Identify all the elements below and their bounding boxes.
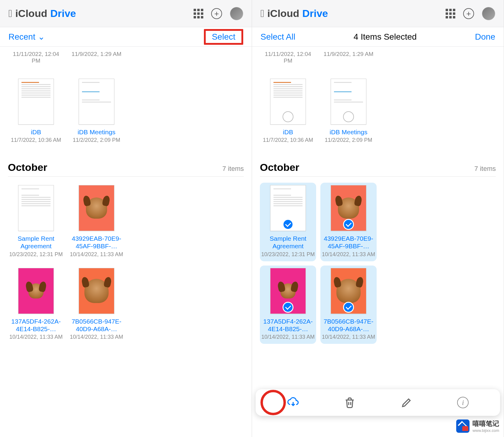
file-tile[interactable]: iDB Meetings 11/2/2022, 2:09 PM [320, 76, 377, 147]
action-bar: i [256, 389, 500, 416]
header:  iCloud Drive + [0, 0, 252, 27]
file-date: 10/23/2022, 12:31 PM [9, 251, 63, 258]
watermark-logo-icon [456, 419, 470, 433]
unselected-circle-icon[interactable] [343, 111, 354, 122]
subheader: Select All 4 Items Selected Done [252, 27, 504, 47]
file-date: 11/2/2022, 2:09 PM [322, 137, 375, 143]
checkmark-icon[interactable] [343, 219, 354, 230]
info-icon[interactable]: i [457, 397, 469, 408]
file-tile[interactable]: Sample Rent Agreement 10/23/2022, 12:31 … [260, 183, 316, 261]
file-date-stub: 11/11/2022, 12:04 PM [8, 47, 64, 64]
title-drive[interactable]: Drive [50, 8, 76, 19]
header:  iCloud Drive + [252, 0, 504, 27]
apps-grid-icon[interactable] [194, 9, 203, 18]
add-icon[interactable]: + [211, 8, 222, 19]
done-button[interactable]: Done [475, 32, 495, 42]
right-pane:  iCloud Drive + Select All 4 Items Sele… [252, 0, 504, 437]
section-title: October [260, 161, 474, 173]
file-date: 10/14/2022, 11:33 AM [9, 334, 63, 340]
file-date: 10/14/2022, 11:33 AM [322, 251, 375, 258]
file-name: Sample Rent Agreement [9, 235, 63, 250]
section-header: October 7 items [260, 161, 496, 177]
file-name: Sample Rent Agreement [261, 235, 315, 250]
file-name: 137A5DF4-262A-4E14-B825-… [261, 318, 315, 333]
watermark-title: 嘻嘻笔记 [473, 419, 499, 428]
file-tile[interactable]: 7B0566CB-947E-40D9-A68A-… 10/14/2022, 11… [68, 266, 125, 344]
doc-thumb-icon [18, 79, 54, 125]
doc-thumb-icon [79, 79, 114, 125]
file-tile[interactable]: 7B0566CB-947E-40D9-A68A-… 10/14/2022, 11… [320, 266, 377, 344]
app-title: iCloud Drive [15, 8, 194, 19]
file-tile[interactable]: iDB Meetings 11/2/2022, 2:09 PM [68, 76, 125, 147]
file-tile[interactable]: 137A5DF4-262A-4E14-B825-… 10/14/2022, 11… [8, 266, 64, 344]
file-tile[interactable]: 43929EAB-70E9-45AF-9BBF-… 10/14/2022, 11… [68, 183, 125, 261]
select-all-button[interactable]: Select All [260, 32, 295, 42]
add-icon[interactable]: + [463, 8, 474, 19]
file-tile[interactable]: 137A5DF4-262A-4E14-B825-… 10/14/2022, 11… [260, 266, 316, 344]
file-name: 43929EAB-70E9-45AF-9BBF-… [322, 235, 375, 250]
file-tile[interactable]: iDB 11/7/2022, 10:36 AM [8, 76, 64, 147]
unselected-circle-icon[interactable] [283, 111, 293, 122]
title-icloud: iCloud [267, 8, 299, 19]
file-date: 11/7/2022, 10:36 AM [261, 137, 315, 143]
section-header: October 7 items [8, 161, 244, 177]
doc-thumb-icon [18, 185, 54, 231]
avatar[interactable] [230, 7, 243, 20]
section-title: October [8, 161, 222, 173]
file-tile[interactable]: Sample Rent Agreement 10/23/2022, 12:31 … [8, 183, 64, 261]
file-date-stub: 11/11/2022, 12:04 PM [260, 47, 316, 64]
title-icloud: iCloud [15, 8, 47, 19]
file-date: 10/14/2022, 11:33 AM [322, 334, 375, 340]
file-date: 10/14/2022, 11:33 AM [70, 334, 123, 340]
file-name: 7B0566CB-947E-40D9-A68A-… [322, 318, 375, 333]
watermark-url: www.bijixx.com [473, 428, 499, 433]
photo-thumb-icon [18, 268, 54, 314]
trash-icon[interactable] [344, 396, 356, 409]
file-date: 10/23/2022, 12:31 PM [261, 251, 315, 258]
chevron-down-icon: ⌄ [38, 32, 45, 41]
edit-icon[interactable] [401, 396, 413, 409]
checkmark-icon[interactable] [283, 219, 293, 230]
apple-logo-icon:  [260, 8, 264, 19]
section-count: 7 items [222, 165, 244, 173]
apps-grid-icon[interactable] [446, 9, 455, 18]
file-name: 43929EAB-70E9-45AF-9BBF-… [70, 235, 123, 250]
apple-logo-icon:  [8, 8, 12, 19]
file-date: 10/14/2022, 11:33 AM [261, 334, 315, 340]
selection-count: 4 Items Selected [295, 32, 475, 42]
download-icon[interactable] [287, 396, 299, 409]
left-pane:  iCloud Drive + Recent ⌄ Select 11/11/2… [0, 0, 252, 437]
file-date: 11/7/2022, 10:36 AM [9, 137, 63, 143]
file-date-stub: 11/9/2022, 1:29 AM [320, 47, 377, 64]
photo-thumb-icon [79, 185, 114, 231]
file-name: 7B0566CB-947E-40D9-A68A-… [70, 318, 123, 333]
file-date-stub: 11/9/2022, 1:29 AM [68, 47, 125, 64]
file-tile[interactable]: 43929EAB-70E9-45AF-9BBF-… 10/14/2022, 11… [320, 183, 377, 261]
recent-dropdown[interactable]: Recent ⌄ [8, 32, 45, 42]
file-name: 137A5DF4-262A-4E14-B825-… [9, 318, 63, 333]
file-date: 10/14/2022, 11:33 AM [70, 251, 123, 258]
photo-thumb-icon [79, 268, 114, 314]
checkmark-icon[interactable] [343, 302, 354, 313]
file-name: iDB [9, 128, 63, 136]
file-tile[interactable]: iDB 11/7/2022, 10:36 AM [260, 76, 316, 147]
file-name: iDB Meetings [70, 128, 123, 136]
app-title: iCloud Drive [267, 8, 446, 19]
checkmark-icon[interactable] [283, 302, 293, 313]
file-name: iDB [261, 128, 315, 136]
subheader: Recent ⌄ Select [0, 27, 252, 47]
select-button[interactable]: Select [204, 29, 243, 45]
file-date: 11/2/2022, 2:09 PM [70, 137, 123, 143]
avatar[interactable] [482, 7, 495, 20]
section-count: 7 items [474, 165, 496, 173]
watermark: 嘻嘻笔记 www.bijixx.com [456, 419, 499, 433]
file-name: iDB Meetings [322, 128, 375, 136]
title-drive[interactable]: Drive [302, 8, 328, 19]
highlight-circle [260, 390, 286, 415]
